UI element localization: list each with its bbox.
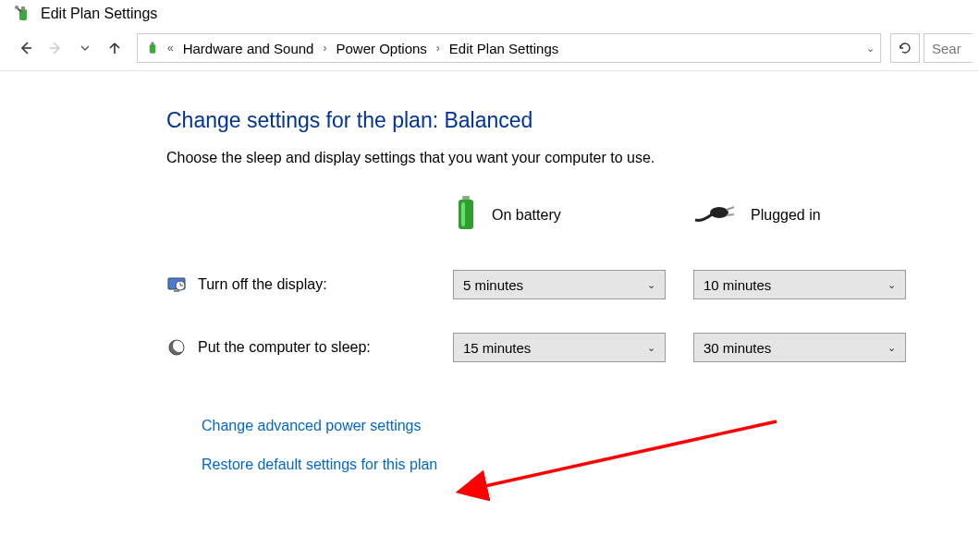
recent-locations-button[interactable]: [72, 35, 98, 61]
restore-defaults-link[interactable]: Restore default settings for this plan: [202, 457, 437, 473]
breadcrumb-item[interactable]: Edit Plan Settings: [446, 39, 562, 58]
chevron-right-icon[interactable]: ›: [321, 42, 328, 55]
toolbar: « Hardware and Sound › Power Options › E…: [0, 30, 979, 71]
chevron-left-icon[interactable]: «: [165, 42, 176, 55]
battery-icon: [453, 194, 479, 237]
forward-button[interactable]: [43, 35, 68, 61]
svg-rect-8: [459, 200, 473, 229]
sleep-plugged-dropdown[interactable]: 30 minutes ⌄: [693, 333, 906, 362]
svg-line-11: [727, 207, 734, 210]
svg-rect-6: [151, 42, 153, 44]
column-header-plugged: Plugged in: [693, 201, 934, 229]
power-plan-icon: [13, 4, 33, 24]
chevron-down-icon: ⌄: [647, 342, 655, 354]
plug-icon: [693, 201, 738, 229]
row-sleep: Put the computer to sleep:: [166, 338, 453, 357]
links-section: Change advanced power settings Restore d…: [166, 418, 961, 473]
chevron-down-icon: ⌄: [887, 279, 896, 291]
page-heading: Change settings for the plan: Balanced: [166, 108, 961, 133]
search-input[interactable]: Sear: [924, 33, 972, 63]
dropdown-value: 10 minutes: [704, 277, 771, 293]
svg-rect-5: [150, 44, 156, 54]
up-button[interactable]: [102, 35, 128, 61]
titlebar: Edit Plan Settings: [0, 0, 979, 30]
sleep-battery-dropdown[interactable]: 15 minutes ⌄: [453, 333, 666, 362]
monitor-icon: [166, 274, 187, 295]
advanced-settings-link[interactable]: Change advanced power settings: [202, 418, 422, 434]
display-plugged-dropdown[interactable]: 10 minutes ⌄: [693, 270, 906, 299]
column-label: On battery: [492, 207, 561, 224]
address-bar[interactable]: « Hardware and Sound › Power Options › E…: [137, 33, 881, 63]
refresh-button[interactable]: [890, 33, 920, 63]
settings-grid: On battery Plugged in: [166, 194, 961, 362]
row-label: Turn off the display:: [198, 276, 327, 293]
svg-line-12: [727, 214, 734, 215]
chevron-right-icon[interactable]: ›: [434, 42, 442, 55]
power-plan-icon: [143, 40, 162, 56]
dropdown-value: 15 minutes: [463, 340, 531, 356]
chevron-down-icon: ⌄: [647, 279, 655, 291]
dropdown-value: 5 minutes: [463, 277, 523, 293]
dropdown-value: 30 minutes: [704, 340, 771, 356]
column-header-battery: On battery: [453, 194, 693, 237]
svg-rect-7: [462, 196, 470, 200]
chevron-down-icon: ⌄: [887, 342, 896, 354]
display-battery-dropdown[interactable]: 5 minutes ⌄: [453, 270, 666, 299]
svg-rect-9: [461, 202, 465, 226]
row-label: Put the computer to sleep:: [198, 339, 371, 356]
chevron-down-icon[interactable]: ⌄: [866, 43, 875, 55]
svg-point-2: [15, 6, 18, 9]
main-content: Change settings for the plan: Balanced C…: [0, 71, 979, 514]
page-subtext: Choose the sleep and display settings th…: [166, 150, 961, 166]
moon-icon: [166, 338, 187, 357]
row-display: Turn off the display:: [166, 274, 453, 295]
breadcrumb-item[interactable]: Hardware and Sound: [179, 39, 318, 58]
search-placeholder: Sear: [932, 41, 961, 56]
svg-rect-14: [174, 290, 179, 292]
svg-rect-1: [21, 6, 25, 10]
breadcrumb-item[interactable]: Power Options: [332, 39, 430, 58]
window-title: Edit Plan Settings: [41, 6, 157, 22]
back-button[interactable]: [13, 35, 39, 61]
column-label: Plugged in: [751, 207, 821, 224]
svg-point-10: [710, 207, 728, 218]
